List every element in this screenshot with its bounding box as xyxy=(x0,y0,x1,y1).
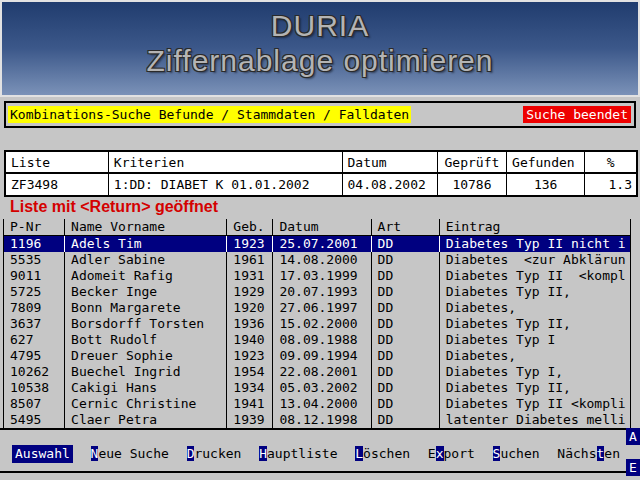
results-table: P-Nr Name Vorname Geb. Datum Art Eintrag… xyxy=(3,219,631,428)
cell-datum: 08.09.1988 xyxy=(273,332,371,348)
criteria-cell-geprueft: 10786 xyxy=(437,173,506,196)
cell-datum: 22.08.2001 xyxy=(273,364,371,380)
criteria-header-liste: Liste xyxy=(5,151,108,173)
menu-item-text: uchen xyxy=(500,446,539,461)
cell-eintrag: Diabetes, xyxy=(439,348,630,364)
table-row[interactable]: 3637 Borsdorff Torsten 1936 15.02.2000 D… xyxy=(4,316,631,332)
cell-geb: 1940 xyxy=(227,332,273,348)
scroll-top-marker[interactable]: A xyxy=(626,428,640,445)
scroll-bottom-marker[interactable]: E xyxy=(626,459,640,476)
menu-item-drucken[interactable]: Drucken xyxy=(187,445,242,463)
cell-name: Becker Inge xyxy=(65,284,227,300)
cell-art: DD xyxy=(371,284,439,300)
table-row[interactable]: 8507 Cernic Christine 1941 13.04.2000 DD… xyxy=(4,396,631,412)
cell-eintrag: Diabetes Typ II, xyxy=(439,380,630,396)
cell-geb: 1934 xyxy=(227,380,273,396)
table-row[interactable]: 9011 Adomeit Rafig 1931 17.03.1999 DD Di… xyxy=(4,268,631,284)
cell-datum: 09.09.1994 xyxy=(273,348,371,364)
results-header-datum: Datum xyxy=(273,219,371,236)
cell-pnr: 1196 xyxy=(4,236,65,253)
results-header-geb: Geb. xyxy=(227,219,273,236)
cell-art: DD xyxy=(371,380,439,396)
cell-eintrag: Diabetes <zur Abklärun xyxy=(439,252,630,268)
table-row[interactable]: 627 Bott Rudolf 1940 08.09.1988 DD Diabe… xyxy=(4,332,631,348)
menu-item-l-schen[interactable]: Löschen xyxy=(355,445,410,463)
table-row[interactable]: 10538 Cakigi Hans 1934 05.03.2002 DD Dia… xyxy=(4,380,631,396)
page-title: Ziffernablage optimieren xyxy=(2,43,638,79)
results-header-art: Art xyxy=(371,219,439,236)
cell-geb: 1941 xyxy=(227,396,273,412)
table-row[interactable]: 10262 Buechel Ingrid 1954 22.08.2001 DD … xyxy=(4,364,631,380)
menu-item-text: öschen xyxy=(363,446,410,461)
cell-datum: 14.08.2000 xyxy=(273,252,371,268)
results-header-row: P-Nr Name Vorname Geb. Datum Art Eintrag xyxy=(4,219,631,236)
table-row[interactable]: 5535 Adler Sabine 1961 14.08.2000 DD Dia… xyxy=(4,252,631,268)
table-row[interactable]: 5495 Claer Petra 1939 08.12.1998 DD late… xyxy=(4,412,631,428)
cell-pnr: 5495 xyxy=(4,412,65,428)
menu-item-n-chsten[interactable]: Nächsten xyxy=(557,445,620,463)
criteria-cell-datum: 04.08.2002 xyxy=(342,173,437,196)
cell-name: Bonn Margarete xyxy=(65,300,227,316)
app-title: DURIA xyxy=(2,9,638,43)
cell-pnr: 4795 xyxy=(4,348,65,364)
cell-art: DD xyxy=(371,236,439,253)
menu-item-hauptliste[interactable]: Hauptliste xyxy=(259,445,337,463)
cell-name: Adler Sabine xyxy=(65,252,227,268)
cell-name: Buechel Ingrid xyxy=(65,364,227,380)
cell-pnr: 7809 xyxy=(4,300,65,316)
menu-item-text: en xyxy=(604,446,620,461)
cell-geb: 1931 xyxy=(227,268,273,284)
cell-datum: 17.03.1999 xyxy=(273,268,371,284)
cell-art: DD xyxy=(371,268,439,284)
cell-art: DD xyxy=(371,396,439,412)
menu-item-export[interactable]: Export xyxy=(428,445,475,463)
menu-item-text: rucken xyxy=(194,446,241,461)
table-row[interactable]: 7809 Bonn Margarete 1920 27.06.1997 DD D… xyxy=(4,300,631,316)
criteria-header-gefunden: Gefunden xyxy=(507,151,585,173)
cell-name: Adomeit Rafig xyxy=(65,268,227,284)
cell-datum: 20.07.1993 xyxy=(273,284,371,300)
table-row[interactable]: 5725 Becker Inge 1929 20.07.1993 DD Diab… xyxy=(4,284,631,300)
cell-eintrag: Diabetes Typ I, xyxy=(439,364,630,380)
criteria-header-kriterien: Kriterien xyxy=(108,151,342,173)
hint-message: Liste mit <Return> geöffnet xyxy=(10,198,218,216)
menu-item-text: port xyxy=(444,446,475,461)
cell-pnr: 10538 xyxy=(4,380,65,396)
cell-geb: 1939 xyxy=(227,412,273,428)
criteria-cell-kriterien: 1:DD: DIABET K 01.01.2002 xyxy=(108,173,342,196)
cell-pnr: 3637 xyxy=(4,316,65,332)
criteria-table: Liste Kriterien Datum Geprüft Gefunden %… xyxy=(4,150,638,197)
cell-pnr: 5725 xyxy=(4,284,65,300)
cell-eintrag: Diabetes Typ II <kompli xyxy=(439,396,630,412)
menu-item-auswahl[interactable]: Auswahl xyxy=(12,445,73,463)
criteria-cell-liste: ZF3498 xyxy=(5,173,108,196)
cell-art: DD xyxy=(371,332,439,348)
cell-name: Dreuer Sophie xyxy=(65,348,227,364)
divider-top xyxy=(0,428,632,430)
duria-window: DURIA Ziffernablage optimieren Kombinati… xyxy=(0,0,640,480)
table-row[interactable]: 1196 Adels Tim 1923 25.07.2001 DD Diabet… xyxy=(4,236,631,253)
hotkey-letter: H xyxy=(259,446,267,461)
cell-geb: 1961 xyxy=(227,252,273,268)
cell-datum: 05.03.2002 xyxy=(273,380,371,396)
menu-item-suchen[interactable]: Suchen xyxy=(493,445,540,463)
cell-datum: 13.04.2000 xyxy=(273,396,371,412)
cell-pnr: 10262 xyxy=(4,364,65,380)
cell-datum: 08.12.1998 xyxy=(273,412,371,428)
criteria-header-prozent: % xyxy=(585,151,637,173)
menu-item-neue-suche[interactable]: Neue Suche xyxy=(91,445,169,463)
cell-name: Bott Rudolf xyxy=(65,332,227,348)
hotkey-letter: L xyxy=(355,446,363,461)
criteria-row[interactable]: ZF3498 1:DD: DIABET K 01.01.2002 04.08.2… xyxy=(5,173,637,196)
cell-datum: 27.06.1997 xyxy=(273,300,371,316)
cell-eintrag: Diabetes, xyxy=(439,300,630,316)
cell-eintrag: Diabetes Typ II nicht i xyxy=(439,236,630,253)
cell-art: DD xyxy=(371,412,439,428)
cell-eintrag: Diabetes Typ II <kompl xyxy=(439,268,630,284)
table-row[interactable]: 4795 Dreuer Sophie 1923 09.09.1994 DD Di… xyxy=(4,348,631,364)
cell-art: DD xyxy=(371,348,439,364)
criteria-header-geprueft: Geprüft xyxy=(437,151,506,173)
cell-eintrag: Diabetes Typ II, xyxy=(439,316,630,332)
cell-name: Cernic Christine xyxy=(65,396,227,412)
criteria-cell-prozent: 1.3 xyxy=(585,173,637,196)
